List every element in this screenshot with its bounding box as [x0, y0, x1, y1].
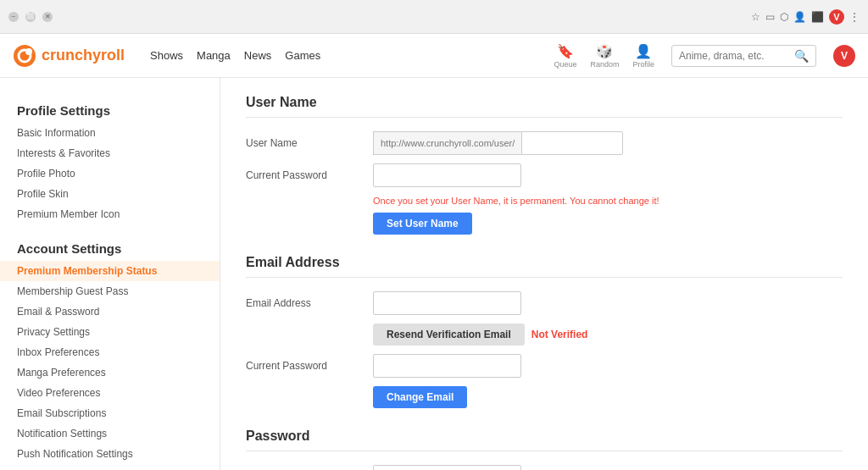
minimize-button[interactable]: − — [8, 12, 19, 22]
top-nav: crunchyroll Shows Manga News Games 🔖 Que… — [0, 34, 868, 78]
email-password-row: Current Password — [246, 354, 843, 378]
username-warning: Once you set your User Name, it is perma… — [373, 196, 843, 206]
email-row: Email Address — [246, 291, 843, 315]
profile-icon[interactable]: 👤 — [793, 11, 806, 23]
sidebar-item-email-password[interactable]: Email & Password — [0, 301, 220, 322]
nav-icons: 🔖 Queue 🎲 Random 👤 Profile — [554, 43, 654, 69]
user-badge[interactable]: V — [829, 9, 844, 25]
search-input[interactable] — [679, 50, 789, 62]
queue-icon: 🔖 — [557, 43, 574, 59]
not-verified-badge: Not Verified — [531, 329, 588, 340]
svg-point-0 — [14, 45, 36, 67]
email-input[interactable] — [373, 291, 521, 315]
screenshot-icon[interactable]: ⬡ — [780, 11, 788, 23]
browser-chrome: − ⬜ ✕ ☆ ▭ ⬡ 👤 ⬛ V ⋮ — [0, 0, 868, 34]
resend-verification-button[interactable]: Resend Verification Email — [373, 323, 525, 346]
browser-controls[interactable]: − ⬜ ✕ — [8, 12, 53, 22]
email-section-title: Email Address — [246, 255, 843, 278]
main-content: Profile Settings Basic Information Inter… — [0, 78, 868, 470]
sidebar-item-video-prefs[interactable]: Video Preferences — [0, 383, 220, 403]
username-password-row: Current Password — [246, 163, 843, 187]
sidebar-item-manga-prefs[interactable]: Manga Preferences — [0, 362, 220, 383]
username-prefix: http://www.crunchyroll.com/user/ — [373, 131, 521, 155]
menu-icon[interactable]: ⋮ — [849, 11, 860, 23]
sidebar-item-premium-status[interactable]: Premium Membership Status — [0, 261, 220, 281]
sidebar-item-interests[interactable]: Interests & Favorites — [0, 143, 220, 163]
profile-nav-label: Profile — [632, 60, 654, 69]
profile-nav-icon-item[interactable]: 👤 Profile — [632, 43, 654, 69]
svg-point-2 — [25, 48, 32, 55]
set-username-btn-row: Set User Name — [373, 213, 843, 235]
extension-icon[interactable]: ⬛ — [811, 11, 824, 23]
nav-manga[interactable]: Manga — [197, 49, 231, 62]
random-label: Random — [590, 60, 619, 69]
user-avatar[interactable]: V — [833, 45, 855, 67]
username-current-password-input[interactable] — [373, 163, 521, 187]
current-password-input[interactable] — [373, 465, 521, 470]
star-icon[interactable]: ☆ — [751, 11, 760, 23]
nav-shows[interactable]: Shows — [150, 49, 183, 62]
queue-icon-item[interactable]: 🔖 Queue — [554, 43, 576, 69]
sidebar-item-inbox[interactable]: Inbox Preferences — [0, 342, 220, 362]
random-icon-item[interactable]: 🎲 Random — [590, 43, 619, 69]
content-area: User Name User Name http://www.crunchyro… — [220, 78, 868, 470]
sidebar-profile-section: Profile Settings Basic Information Inter… — [0, 95, 220, 224]
username-password-label: Current Password — [246, 169, 364, 181]
change-email-btn-row: Change Email — [373, 386, 843, 408]
username-wrapper: http://www.crunchyroll.com/user/ — [373, 131, 623, 155]
queue-label: Queue — [554, 60, 576, 69]
logo-text: crunchyroll — [42, 47, 125, 64]
set-username-button[interactable]: Set User Name — [373, 213, 472, 235]
email-verify-row: Resend Verification Email Not Verified — [373, 323, 843, 346]
password-section-title: Password — [246, 429, 843, 451]
sidebar-item-guest-pass[interactable]: Membership Guest Pass — [0, 281, 220, 301]
close-button[interactable]: ✕ — [42, 12, 53, 22]
username-row: User Name http://www.crunchyroll.com/use… — [246, 131, 843, 155]
email-section: Email Address Email Address Resend Verif… — [246, 255, 843, 408]
sidebar-item-privacy[interactable]: Privacy Settings — [0, 322, 220, 342]
app-container: crunchyroll Shows Manga News Games 🔖 Que… — [0, 34, 868, 470]
sidebar-item-profile-photo[interactable]: Profile Photo — [0, 163, 220, 184]
sidebar-item-push-notification[interactable]: Push Notification Settings — [0, 444, 220, 464]
change-email-button[interactable]: Change Email — [373, 386, 467, 408]
email-label: Email Address — [246, 297, 364, 309]
restore-button[interactable]: ⬜ — [25, 12, 36, 22]
sidebar-item-email-subs[interactable]: Email Subscriptions — [0, 403, 220, 423]
search-box[interactable]: 🔍 — [671, 45, 816, 67]
sidebar-item-profile-skin[interactable]: Profile Skin — [0, 184, 220, 204]
random-icon: 🎲 — [596, 43, 613, 59]
sidebar-account-title: Account Settings — [0, 233, 220, 261]
nav-links: Shows Manga News Games — [150, 49, 320, 62]
nav-games[interactable]: Games — [285, 49, 320, 62]
email-current-password-input[interactable] — [373, 354, 521, 378]
sidebar-item-social[interactable]: Social Integrations — [0, 464, 220, 470]
nav-news[interactable]: News — [244, 49, 272, 62]
logo[interactable]: crunchyroll — [13, 44, 125, 68]
username-input[interactable] — [521, 131, 623, 155]
sidebar-item-basic-info[interactable]: Basic Information — [0, 123, 220, 143]
sidebar-profile-title: Profile Settings — [0, 95, 220, 123]
crunchyroll-logo-icon — [13, 44, 36, 68]
browser-toolbar: ☆ ▭ ⬡ 👤 ⬛ V ⋮ — [751, 9, 860, 25]
sidebar-account-section: Account Settings Premium Membership Stat… — [0, 233, 220, 470]
username-label: User Name — [246, 137, 364, 149]
profile-nav-icon: 👤 — [635, 43, 652, 59]
sidebar: Profile Settings Basic Information Inter… — [0, 78, 220, 470]
username-section: User Name User Name http://www.crunchyro… — [246, 95, 843, 235]
email-password-label: Current Password — [246, 360, 364, 372]
sidebar-item-notification[interactable]: Notification Settings — [0, 423, 220, 444]
current-password-row: Current Password — [246, 465, 843, 470]
username-section-title: User Name — [246, 95, 843, 118]
cast-icon[interactable]: ▭ — [765, 11, 775, 23]
sidebar-item-premium-icon[interactable]: Premium Member Icon — [0, 204, 220, 224]
password-section: Password Current Password New Password R… — [246, 429, 843, 470]
search-icon: 🔍 — [794, 49, 809, 63]
